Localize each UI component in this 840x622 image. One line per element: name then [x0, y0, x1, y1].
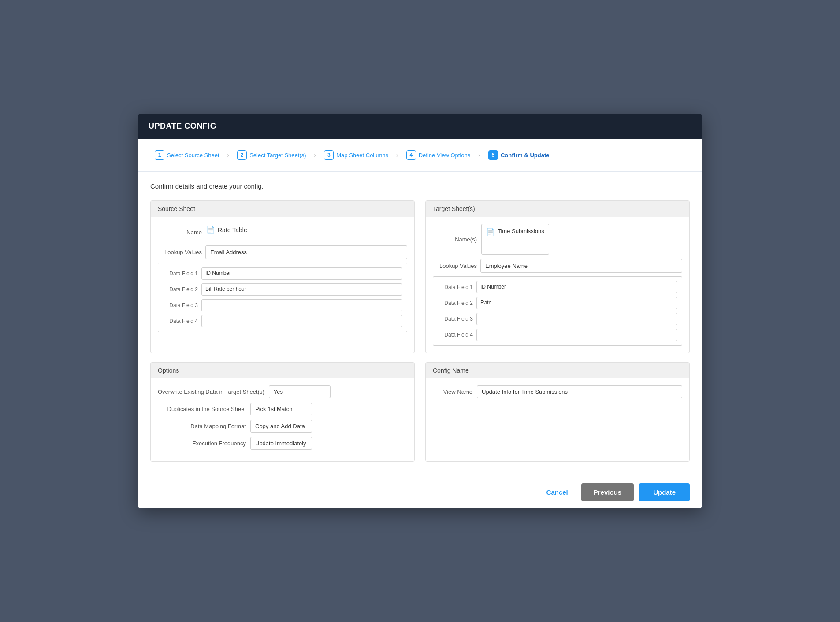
bottom-sections: Options Overwrite Existing Data in Targe… — [150, 362, 690, 462]
source-df-4-label: Data Field 4 — [163, 318, 198, 324]
content-area: Confirm details and create your config. … — [138, 172, 702, 476]
source-df-2-label: Data Field 2 — [163, 286, 198, 292]
target-names-label: Name(s) — [433, 236, 477, 243]
option-2-value: Pick 1st Match — [250, 403, 312, 415]
target-df-4-value — [476, 329, 677, 341]
target-lookup-label: Lookup Values — [433, 263, 477, 269]
step-4[interactable]: 4 Define View Options — [402, 148, 475, 163]
step-1[interactable]: 1 Select Source Sheet — [150, 148, 224, 163]
target-df-3: Data Field 3 — [438, 313, 677, 325]
target-df-3-label: Data Field 3 — [438, 316, 473, 322]
source-name-row: Name 📄 Rate Table — [158, 224, 407, 241]
source-data-fields: Data Field 1 ID Number Data Field 2 Bill… — [158, 263, 407, 332]
options-box: Options Overwrite Existing Data in Targe… — [150, 362, 415, 462]
source-df-1: Data Field 1 ID Number — [163, 267, 402, 280]
target-df-2-value: Rate — [476, 297, 677, 309]
target-df-3-value — [476, 313, 677, 325]
step-2[interactable]: 2 Select Target Sheet(s) — [233, 148, 310, 163]
target-df-4: Data Field 4 — [438, 329, 677, 341]
step-3-number: 3 — [324, 150, 334, 160]
step-2-label: Select Target Sheet(s) — [249, 152, 306, 159]
cancel-button[interactable]: Cancel — [539, 484, 576, 500]
modal-body: 1 Select Source Sheet › 2 Select Target … — [138, 139, 702, 508]
step-2-number: 2 — [237, 150, 247, 160]
source-lookup-row: Lookup Values Email Address — [158, 245, 407, 259]
step-1-label: Select Source Sheet — [167, 152, 219, 159]
source-name-value: 📄 Rate Table — [206, 224, 247, 241]
modal-footer: Cancel Previous Update — [138, 476, 702, 508]
update-config-modal: UPDATE CONFIG 1 Select Source Sheet › 2 … — [138, 114, 702, 508]
step-4-label: Define View Options — [419, 152, 471, 159]
step-1-number: 1 — [155, 150, 164, 160]
step-5-label: Confirm & Update — [501, 152, 550, 159]
stepper: 1 Select Source Sheet › 2 Select Target … — [138, 139, 702, 172]
step-divider-3: › — [395, 152, 399, 159]
step-3-label: Map Sheet Columns — [336, 152, 388, 159]
target-sheet-box: Target Sheet(s) Name(s) 📄 Time Submissio… — [425, 200, 690, 353]
target-df-1-value: ID Number — [476, 281, 677, 293]
target-doc-icon: 📄 — [486, 228, 495, 236]
option-row-4: Execution Frequency Update Immediately — [158, 437, 407, 450]
target-data-fields: Data Field 1 ID Number Data Field 2 Rate… — [433, 276, 682, 346]
source-df-3-label: Data Field 3 — [163, 302, 198, 308]
source-df-2: Data Field 2 Bill Rate per hour — [163, 283, 402, 296]
option-3-value: Copy and Add Data — [250, 420, 312, 433]
step-5[interactable]: 5 Confirm & Update — [484, 148, 554, 163]
source-sheet-body: Name 📄 Rate Table Lookup Values Email Ad… — [151, 217, 414, 339]
confirm-text: Confirm details and create your config. — [150, 182, 690, 190]
target-df-4-label: Data Field 4 — [438, 332, 473, 338]
target-lookup-value: Employee Name — [480, 259, 682, 273]
view-name-value: Update Info for Time Submissions — [477, 385, 682, 398]
option-row-3: Data Mapping Format Copy and Add Data — [158, 420, 407, 433]
source-df-3-value — [201, 299, 402, 311]
config-name-box: Config Name View Name Update Info for Ti… — [425, 362, 690, 462]
target-df-1-label: Data Field 1 — [438, 284, 473, 290]
previous-button[interactable]: Previous — [581, 483, 634, 501]
option-3-label: Data Mapping Format — [158, 423, 246, 429]
step-4-number: 4 — [406, 150, 416, 160]
update-button[interactable]: Update — [639, 483, 690, 501]
config-name-body: View Name Update Info for Time Submissio… — [426, 378, 689, 410]
modal-header: UPDATE CONFIG — [138, 114, 702, 139]
sheets-section: Source Sheet Name 📄 Rate Table Lo — [150, 200, 690, 353]
source-df-4-value — [201, 315, 402, 327]
target-sheet-body: Name(s) 📄 Time Submissions Lookup Values… — [426, 217, 689, 353]
target-names-value: 📄 Time Submissions — [481, 224, 549, 255]
view-name-label: View Name — [433, 389, 472, 395]
target-names-row: Name(s) 📄 Time Submissions — [433, 224, 682, 255]
source-sheet-header: Source Sheet — [151, 201, 414, 217]
config-name-header: Config Name — [426, 363, 689, 378]
source-sheet-box: Source Sheet Name 📄 Rate Table Lo — [150, 200, 415, 353]
target-sheet-name: Time Submissions — [498, 228, 544, 234]
source-df-1-label: Data Field 1 — [163, 270, 198, 277]
options-header: Options — [151, 363, 414, 378]
option-2-label: Duplicates in the Source Sheet — [158, 406, 246, 412]
source-df-4: Data Field 4 — [163, 315, 402, 327]
source-df-3: Data Field 3 — [163, 299, 402, 311]
target-df-2-label: Data Field 2 — [438, 300, 473, 306]
source-df-1-value: ID Number — [201, 267, 402, 280]
source-lookup-value: Email Address — [205, 245, 407, 259]
source-lookup-label: Lookup Values — [158, 249, 202, 255]
target-df-1: Data Field 1 ID Number — [438, 281, 677, 293]
source-sheet-name: Rate Table — [218, 226, 247, 233]
modal-title: UPDATE CONFIG — [149, 122, 216, 131]
view-name-row: View Name Update Info for Time Submissio… — [433, 385, 682, 398]
source-doc-icon: 📄 — [206, 226, 215, 234]
target-sheet-header: Target Sheet(s) — [426, 201, 689, 217]
source-name-label: Name — [158, 229, 202, 236]
step-divider-1: › — [227, 152, 230, 159]
step-divider-4: › — [477, 152, 481, 159]
option-row-2: Duplicates in the Source Sheet Pick 1st … — [158, 403, 407, 415]
source-df-2-value: Bill Rate per hour — [201, 283, 402, 296]
step-3[interactable]: 3 Map Sheet Columns — [320, 148, 393, 163]
options-body: Overwrite Existing Data in Target Sheet(… — [151, 378, 414, 461]
option-1-value: Yes — [269, 385, 331, 398]
step-divider-2: › — [313, 152, 317, 159]
target-df-2: Data Field 2 Rate — [438, 297, 677, 309]
option-4-value: Update Immediately — [250, 437, 312, 450]
option-1-label: Overwrite Existing Data in Target Sheet(… — [158, 389, 264, 395]
option-row-1: Overwrite Existing Data in Target Sheet(… — [158, 385, 407, 398]
option-4-label: Execution Frequency — [158, 440, 246, 447]
target-lookup-row: Lookup Values Employee Name — [433, 259, 682, 273]
